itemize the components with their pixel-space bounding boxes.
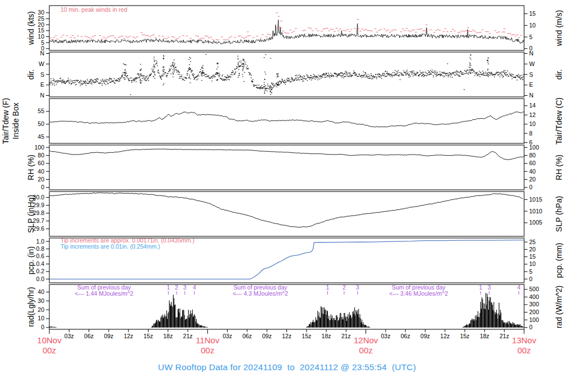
rad-max-mark: 3: [183, 284, 187, 291]
hour-tick-label: 15z: [460, 333, 470, 339]
svg-text:0.6: 0.6: [36, 253, 44, 259]
svg-text:100: 100: [529, 316, 539, 323]
svg-text:0: 0: [529, 184, 533, 190]
panel-wind-axes: 051015202530051015wind (kts)wind (m/s): [26, 9, 563, 52]
wind-peaks-note: 10 min. peak winds in red: [61, 6, 127, 13]
rad-sum-value-2: <--- 4.3 MJoules/m^2: [233, 290, 288, 297]
ylabel-left-tair: Tair/Tdew (F): [1, 98, 10, 144]
ylabel-right-rad: rad (W/m^2): [554, 286, 563, 329]
svg-text:S: S: [40, 71, 44, 78]
svg-text:S: S: [529, 71, 533, 78]
svg-text:10: 10: [529, 120, 536, 127]
date-label: 11Nov: [196, 335, 220, 345]
svg-text:40: 40: [529, 168, 536, 175]
hour-tick-label: 09z: [104, 333, 113, 339]
ylabel-right-dir: dir.: [554, 69, 563, 80]
date-label-z: 00z: [359, 346, 373, 355]
ylabel-right-slp: SLP (hPa): [554, 196, 563, 232]
svg-text:40: 40: [38, 288, 44, 295]
rad-max-mark: 2: [175, 284, 178, 291]
svg-text:W: W: [39, 60, 44, 67]
date-label-z: 00z: [517, 346, 531, 355]
ylabel-right-rh: RH (%): [554, 155, 563, 180]
svg-text:20: 20: [38, 21, 44, 28]
ylabel-left-tair: Inside Box: [11, 102, 20, 139]
date-label: 10Nov: [37, 335, 62, 345]
hour-tick-label: 03z: [64, 333, 74, 339]
svg-text:0.4: 0.4: [36, 260, 44, 267]
svg-text:20: 20: [38, 306, 44, 313]
svg-text:0: 0: [529, 276, 533, 282]
svg-text:1010: 1010: [529, 208, 543, 214]
svg-text:E: E: [529, 81, 533, 88]
hour-tick-label: 18z: [322, 333, 331, 339]
svg-text:0: 0: [529, 324, 533, 330]
date-label-z: 00z: [201, 346, 214, 355]
svg-text:200: 200: [529, 309, 539, 315]
panel-rad: 1234123134Sum of previous day<--- 1.44 M…: [26, 284, 563, 330]
svg-text:0: 0: [41, 324, 44, 330]
svg-text:10: 10: [529, 260, 536, 267]
panel-tair: 45505568101214Tair/Tdew (F)Inside BoxTai…: [1, 97, 563, 146]
svg-text:N: N: [529, 92, 534, 99]
svg-text:15: 15: [529, 10, 536, 17]
hour-tick-label: 03z: [381, 333, 390, 339]
svg-text:30: 30: [38, 297, 44, 304]
hour-tick-label: 06z: [84, 333, 94, 339]
rad-max-mark: 3: [488, 284, 491, 291]
svg-text:5: 5: [529, 268, 533, 275]
svg-text:1.0: 1.0: [36, 238, 44, 245]
rad-sum-value-3: <--- 3.46 MJoules/m^2: [390, 290, 448, 297]
pcp-note-2: Tip increments are 0.01in. (0.254mm.): [61, 243, 160, 250]
x-axis: 10Nov00z11Nov00z12Nov00z13Nov00z03z06z09…: [37, 329, 536, 355]
hour-tick-label: 03z: [223, 333, 232, 339]
ylabel-left-rh: RH (%): [26, 155, 35, 180]
hour-tick-label: 21z: [341, 333, 351, 339]
svg-text:12: 12: [529, 111, 536, 118]
svg-text:0.0: 0.0: [36, 276, 44, 282]
panel-rh-axes: 020406080100020406080100RH (%)RH (%): [26, 144, 563, 190]
svg-text:300: 300: [529, 301, 539, 307]
svg-text:80: 80: [38, 152, 44, 158]
ylabel-left-rad: rad(Lgly/hr): [26, 287, 35, 327]
ylabel-left-slp: SLP (inHg): [26, 195, 35, 233]
svg-text:10: 10: [38, 33, 44, 40]
panel-tair-axes: 45505568101214Tair/Tdew (F)Inside BoxTai…: [1, 97, 563, 146]
svg-text:5: 5: [41, 39, 44, 46]
svg-text:20: 20: [529, 246, 536, 253]
rad-max-mark: 1: [479, 284, 482, 291]
panel-wind: 10 min. peak winds in red051015202530051…: [26, 6, 563, 52]
panel-rh: 020406080100020406080100RH (%)RH (%): [26, 144, 563, 190]
svg-text:20: 20: [38, 176, 44, 183]
svg-text:W: W: [529, 60, 535, 67]
hour-tick-label: 18z: [163, 333, 173, 339]
svg-text:N: N: [40, 92, 44, 99]
svg-text:1015: 1015: [529, 196, 543, 203]
svg-text:10: 10: [38, 315, 44, 321]
rad-max-mark: 4: [517, 284, 521, 291]
hour-tick-label: 15z: [302, 333, 311, 339]
hour-tick-label: 21z: [499, 333, 509, 339]
svg-text:60: 60: [529, 160, 536, 166]
svg-text:0.8: 0.8: [36, 245, 44, 252]
svg-text:400: 400: [529, 293, 539, 300]
hour-tick-label: 12z: [440, 333, 450, 339]
svg-text:14: 14: [529, 102, 536, 109]
rad-max-mark: 1: [326, 284, 330, 291]
hour-tick-label: 06z: [242, 333, 252, 339]
svg-text:100: 100: [34, 144, 44, 151]
rad-max-mark: 2: [342, 284, 346, 291]
rad-max-mark: 4: [193, 284, 196, 291]
hour-tick-label: 09z: [262, 333, 272, 339]
svg-text:50: 50: [38, 120, 44, 127]
rad-max-mark: 1: [166, 284, 170, 291]
panel-dir: NESWNNESWNdir.dir.: [26, 50, 563, 99]
svg-text:60: 60: [38, 160, 44, 166]
svg-text:25: 25: [38, 15, 44, 22]
svg-text:0: 0: [41, 184, 44, 190]
date-label-z: 00z: [43, 346, 56, 355]
ylabel-right-tair: Tair/Tdew (C): [554, 97, 563, 144]
panel-pcp: Tip increments are approx. 0.00171in. (0…: [26, 237, 563, 283]
date-label: 13Nov: [512, 335, 536, 345]
svg-text:500: 500: [529, 286, 539, 292]
